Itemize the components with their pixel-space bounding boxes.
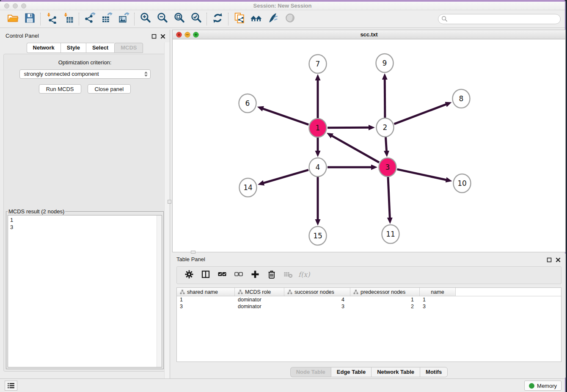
graph-node-6[interactable]: 6: [239, 94, 256, 113]
tab-style[interactable]: Style: [61, 43, 86, 53]
select-all-button[interactable]: [215, 269, 229, 282]
add-column-button[interactable]: [248, 269, 262, 282]
graph-node-3[interactable]: 3: [379, 158, 396, 177]
close-panel-icon[interactable]: [160, 33, 165, 38]
open-file-button[interactable]: [4, 12, 21, 26]
home-networks-button[interactable]: [248, 12, 264, 26]
criterion-select[interactable]: strongly connected component: [19, 69, 151, 79]
style-preview-button[interactable]: [264, 12, 281, 26]
select-all-icon: [217, 270, 227, 281]
delete-column-icon: [267, 270, 276, 281]
tab-edge-table[interactable]: Edge Table: [331, 367, 371, 377]
control-panel-scrollbar[interactable]: [164, 42, 170, 378]
close-panel-button[interactable]: Close panel: [88, 84, 131, 94]
zoom-in-button[interactable]: [137, 12, 154, 26]
function-builder-icon: f(x): [298, 270, 311, 281]
mcds-panel: Optimization criterion: strongly connect…: [3, 54, 166, 372]
delete-column-button[interactable]: [264, 269, 279, 282]
result-scrollbar[interactable]: [157, 215, 162, 367]
splitter-grip-horizontal[interactable]: [191, 251, 195, 254]
screen: Session: New Session Control Panel: [0, 0, 567, 392]
graph-edge-2-9[interactable]: [385, 79, 385, 118]
graph-node-9[interactable]: 9: [376, 54, 394, 72]
table-cell[interactable]: 3: [420, 303, 456, 310]
table-cell[interactable]: 4: [284, 296, 350, 303]
tab-motifs[interactable]: Motifs: [420, 367, 448, 377]
zoom-fit-button[interactable]: [171, 12, 187, 26]
column-header-successor-nodes[interactable]: successor nodes: [284, 288, 350, 296]
table-cell[interactable]: dominator: [235, 296, 284, 303]
table-row[interactable]: 3dominator323: [177, 303, 561, 310]
graph-edge-4-14[interactable]: [263, 170, 308, 183]
save-session-button[interactable]: [21, 12, 38, 26]
refresh-layout-button[interactable]: [209, 12, 226, 26]
close-table-panel-icon[interactable]: [556, 257, 561, 262]
import-table-button[interactable]: [60, 12, 77, 26]
import-table-icon: [63, 12, 74, 25]
table-cell[interactable]: 1: [420, 296, 456, 303]
add-column-icon: [250, 270, 260, 281]
export-image-button[interactable]: [115, 12, 132, 26]
split-view-button[interactable]: [198, 269, 213, 282]
graph-node-8[interactable]: 8: [453, 89, 470, 108]
graph-node-7[interactable]: 7: [309, 55, 327, 73]
column-header-name[interactable]: name: [420, 288, 456, 296]
table-row[interactable]: 1dominator411: [177, 296, 561, 303]
search-input[interactable]: [438, 14, 561, 24]
zoom-out-button[interactable]: [154, 12, 171, 26]
graph-edge-3-11[interactable]: [388, 177, 390, 218]
export-network-button[interactable]: [81, 12, 98, 26]
mcds-result-list[interactable]: 1 3: [8, 215, 162, 367]
column-header-MCDS-role[interactable]: MCDS role: [235, 288, 284, 296]
export-table-button[interactable]: [98, 12, 115, 26]
graph-node-4[interactable]: 4: [309, 158, 327, 177]
table-cell[interactable]: 1: [350, 296, 420, 303]
graph-node-11[interactable]: 11: [382, 225, 399, 243]
table-cell[interactable]: 3: [177, 303, 235, 310]
import-network-button[interactable]: [43, 12, 60, 26]
deselect-all-button[interactable]: [231, 269, 246, 282]
zoom-selected-button[interactable]: [187, 12, 204, 26]
control-panel-header: Control Panel: [0, 30, 170, 42]
hide-preview-button: [281, 12, 298, 26]
graph-svg: 7968124314101511: [173, 39, 565, 252]
tab-node-table[interactable]: Node Table: [290, 367, 331, 377]
table-cell[interactable]: 3: [284, 303, 350, 310]
run-mcds-button[interactable]: Run MCDS: [39, 84, 81, 94]
zoom-fit-icon: [173, 12, 185, 25]
split-view-icon: [201, 270, 210, 281]
settings-button[interactable]: [182, 269, 196, 282]
graph-edge-2-8[interactable]: [394, 104, 446, 124]
graph-edge-3-1[interactable]: [332, 136, 379, 163]
tab-select[interactable]: Select: [86, 43, 114, 53]
graph-node-2[interactable]: 2: [377, 118, 394, 137]
graph-edge-2-3[interactable]: [385, 137, 386, 151]
column-header-predecessor-nodes[interactable]: predecessor nodes: [350, 288, 420, 296]
task-history-button[interactable]: [5, 381, 17, 391]
table-cell[interactable]: dominator: [235, 303, 284, 310]
splitter-grip-vertical[interactable]: [168, 200, 171, 204]
graph-node-10[interactable]: 10: [454, 174, 471, 193]
memory-button[interactable]: Memory: [524, 381, 561, 391]
hierarchy-icon: [287, 290, 292, 295]
memory-label: Memory: [537, 383, 557, 389]
tab-mcds[interactable]: MCDS: [114, 43, 143, 53]
graph-node-14[interactable]: 14: [239, 178, 257, 197]
graph-node-1[interactable]: 1: [309, 119, 327, 137]
graph-edge-1-2[interactable]: [328, 127, 369, 128]
duplicate-network-button[interactable]: [231, 12, 248, 26]
graph-edge-1-6[interactable]: [263, 109, 308, 125]
float-panel-icon[interactable]: [151, 33, 157, 38]
network-canvas[interactable]: 7968124314101511: [173, 39, 565, 252]
table-tabs: Node TableEdge TableNetwork TableMotifs: [172, 367, 566, 377]
float-table-panel-icon[interactable]: [547, 257, 552, 262]
column-header-shared-name[interactable]: shared name: [177, 288, 235, 296]
tab-network[interactable]: Network: [27, 43, 61, 53]
table-cell[interactable]: 1: [177, 296, 235, 303]
toolbar-separator: [228, 13, 228, 25]
graph-node-15[interactable]: 15: [309, 226, 327, 245]
tab-network-table[interactable]: Network Table: [371, 367, 420, 377]
toolbar-separator: [134, 13, 135, 25]
graph-edge-3-10[interactable]: [397, 169, 446, 180]
table-cell[interactable]: 2: [350, 303, 420, 310]
